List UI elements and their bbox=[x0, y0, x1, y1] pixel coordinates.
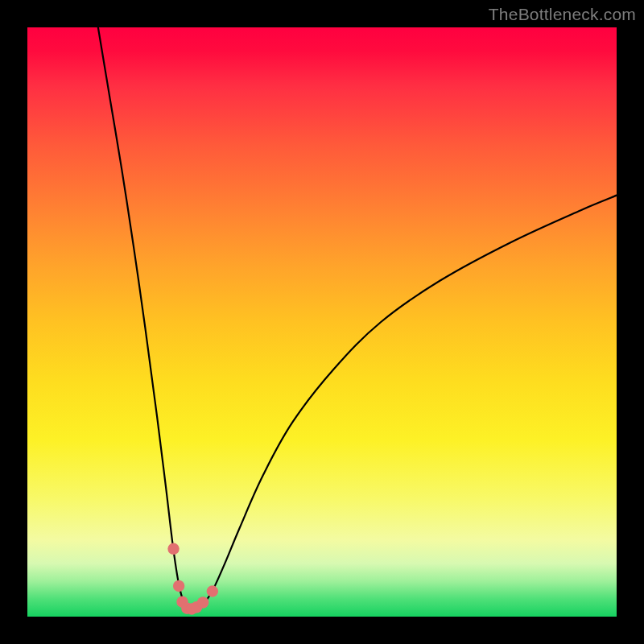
curve-marker bbox=[197, 597, 208, 608]
bottleneck-curve bbox=[98, 27, 617, 609]
curve-marker bbox=[173, 580, 184, 592]
curve-marker bbox=[167, 543, 179, 555]
plot-area bbox=[27, 27, 617, 617]
watermark-text: TheBottleneck.com bbox=[489, 5, 636, 24]
chart-frame: TheBottleneck.com bbox=[0, 0, 644, 644]
curve-markers bbox=[167, 543, 218, 615]
curve-marker bbox=[207, 585, 218, 597]
chart-svg bbox=[27, 27, 617, 617]
